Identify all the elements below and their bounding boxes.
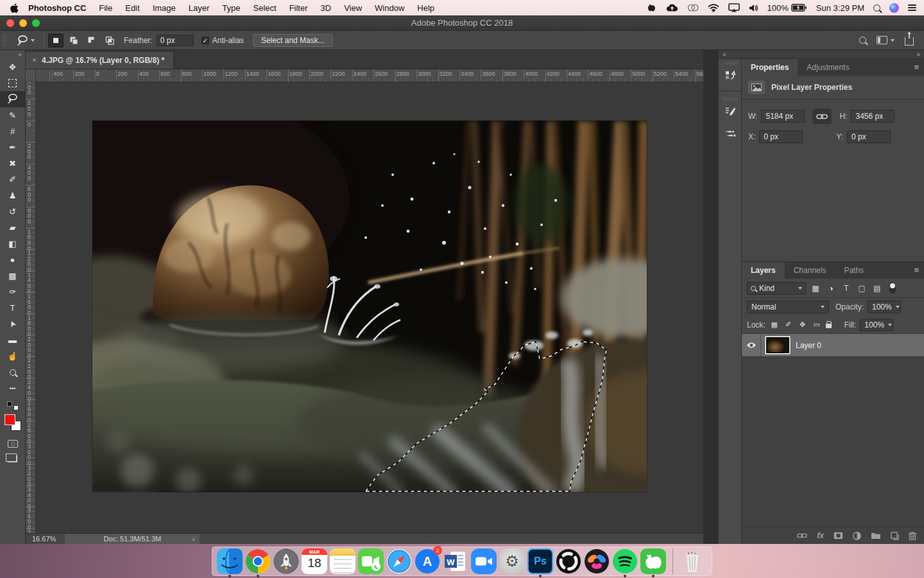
menu-type[interactable]: Type: [216, 3, 246, 13]
lock-position-icon[interactable]: ✥: [798, 320, 808, 329]
horizontal-ruler[interactable]: 4002000200400600800100012001400160018002…: [36, 69, 703, 82]
menu-image[interactable]: Image: [146, 3, 182, 13]
search-icon[interactable]: [859, 37, 866, 44]
tab-paths[interactable]: Paths: [835, 262, 873, 279]
doc-size-status[interactable]: Doc: 51.3M/51.3M ›: [65, 534, 200, 544]
zoom-level[interactable]: 16.67%: [26, 535, 65, 543]
blur-tool[interactable]: ●: [0, 252, 26, 268]
layer-row[interactable]: Layer 0: [742, 334, 924, 357]
tab-layers[interactable]: Layers: [742, 262, 785, 279]
workspace-switcher[interactable]: [877, 36, 894, 44]
dock-item-evernote[interactable]: [640, 548, 666, 574]
layer-name[interactable]: Layer 0: [796, 341, 821, 350]
menu-layer[interactable]: Layer: [182, 3, 216, 13]
hand-tool[interactable]: ☝: [0, 348, 26, 364]
link-layers-icon[interactable]: [797, 532, 807, 539]
delete-layer-icon[interactable]: [909, 532, 916, 540]
lock-transparency-icon[interactable]: ▦: [769, 320, 780, 329]
brushes-panel-icon[interactable]: [719, 123, 742, 144]
filter-pixel-layers-icon[interactable]: ▦: [810, 284, 821, 293]
airplay-display-icon[interactable]: [728, 3, 740, 12]
new-selection-button[interactable]: [48, 33, 64, 48]
new-layer-icon[interactable]: [891, 532, 899, 540]
history-panel-icon[interactable]: [719, 65, 742, 87]
tab-adjustments[interactable]: Adjustments: [798, 59, 858, 76]
lock-pixels-icon[interactable]: ✐: [783, 320, 794, 329]
layer-style-icon[interactable]: fx: [817, 531, 824, 540]
close-button[interactable]: [6, 19, 14, 27]
dock-item-app-store[interactable]: A2: [415, 548, 440, 574]
document-tab[interactable]: × 4.JPG @ 16.7% (Layer 0, RGB/8) *: [26, 52, 174, 69]
dock-item-facetime[interactable]: [358, 548, 384, 574]
new-group-icon[interactable]: [871, 532, 881, 539]
add-to-selection-button[interactable]: [66, 33, 81, 48]
cloud-upload-icon[interactable]: [665, 3, 678, 12]
antialias-checkbox[interactable]: ✓: [201, 37, 209, 44]
share-icon[interactable]: [905, 37, 914, 46]
lock-artboard-icon[interactable]: ▭: [812, 320, 822, 329]
feather-input[interactable]: [157, 35, 194, 46]
status-chevron-icon[interactable]: ›: [193, 535, 195, 543]
layer-filter-kind-select[interactable]: Kind: [747, 282, 806, 295]
canvas-pasteboard[interactable]: [36, 82, 703, 533]
dock-item-zoom-app[interactable]: [471, 548, 497, 574]
dock-item-notes[interactable]: [330, 548, 355, 574]
path-selection-tool[interactable]: ➤: [0, 316, 26, 332]
toolstrip-collapse[interactable]: »: [0, 50, 25, 59]
foreground-color-swatch[interactable]: [4, 414, 15, 425]
subtract-from-selection-button[interactable]: [84, 33, 99, 48]
layers-panel-menu-icon[interactable]: ≡: [914, 265, 919, 275]
fill-select[interactable]: 100%: [860, 319, 893, 331]
filter-type-layers-icon[interactable]: T: [841, 284, 852, 293]
dock-item-word[interactable]: W: [443, 548, 468, 574]
adjustment-layer-icon[interactable]: [853, 532, 861, 540]
volume-icon[interactable]: [749, 4, 758, 12]
wifi-icon[interactable]: [708, 4, 719, 12]
width-input[interactable]: [761, 110, 805, 123]
dock-item-launchpad[interactable]: [273, 548, 299, 574]
window-titlebar[interactable]: Adobe Photoshop CC 2018: [0, 15, 924, 31]
y-input[interactable]: [847, 130, 891, 143]
siri-icon[interactable]: [889, 3, 899, 13]
minimize-button[interactable]: [19, 19, 27, 27]
spotlight-icon[interactable]: [873, 4, 880, 12]
filter-toggle[interactable]: [889, 283, 896, 293]
brush-settings-panel-icon[interactable]: [719, 101, 742, 123]
menu-3d[interactable]: 3D: [314, 3, 338, 13]
eraser-tool[interactable]: ▰: [0, 220, 26, 236]
x-input[interactable]: [759, 130, 803, 143]
menu-file[interactable]: File: [92, 3, 119, 13]
options-grip[interactable]: [3, 34, 7, 47]
filter-adjustment-layers-icon[interactable]: ◑: [825, 284, 837, 293]
spot-healing-brush-tool[interactable]: ✖: [0, 155, 26, 171]
tab-properties[interactable]: Properties: [742, 59, 798, 76]
more-tools[interactable]: •••: [0, 380, 26, 396]
dock-item-chrome[interactable]: [245, 548, 271, 574]
menu-window[interactable]: Window: [368, 3, 411, 13]
add-mask-icon[interactable]: [834, 532, 843, 539]
screen-mode-button[interactable]: [8, 455, 17, 462]
menu-help[interactable]: Help: [411, 3, 441, 13]
zoom-button[interactable]: [32, 19, 40, 27]
intersect-selection-button[interactable]: [102, 33, 117, 48]
pen-tool[interactable]: ✑: [0, 284, 26, 300]
blend-mode-select[interactable]: Normal: [747, 301, 829, 313]
notification-center-icon[interactable]: [908, 4, 916, 11]
clone-stamp-tool[interactable]: ♟: [0, 188, 26, 204]
lock-all-icon[interactable]: [826, 324, 832, 328]
quick-mask-button[interactable]: [8, 440, 18, 448]
height-input[interactable]: [851, 110, 894, 123]
creative-cloud-icon[interactable]: [687, 3, 699, 12]
opacity-select[interactable]: 100%: [868, 301, 901, 313]
default-colors-control[interactable]: [7, 401, 19, 410]
dock-item-calendar[interactable]: MAR18: [302, 548, 327, 574]
sponge-tool[interactable]: ▩: [0, 268, 26, 284]
vertical-ruler[interactable]: 4 0 02 0 002 0 04 0 06 0 08 0 01 0 0 01 …: [26, 82, 36, 533]
battery-indicator[interactable]: 100%: [767, 3, 807, 13]
dock-item-system-preferences[interactable]: ⚙: [499, 548, 525, 574]
history-brush-tool[interactable]: ↺: [0, 204, 26, 220]
menu-app-name[interactable]: Photoshop CC: [22, 3, 92, 13]
menu-edit[interactable]: Edit: [119, 3, 146, 13]
select-and-mask-button[interactable]: Select and Mask...: [253, 34, 333, 47]
eyedropper-tool[interactable]: ✒: [0, 139, 26, 155]
